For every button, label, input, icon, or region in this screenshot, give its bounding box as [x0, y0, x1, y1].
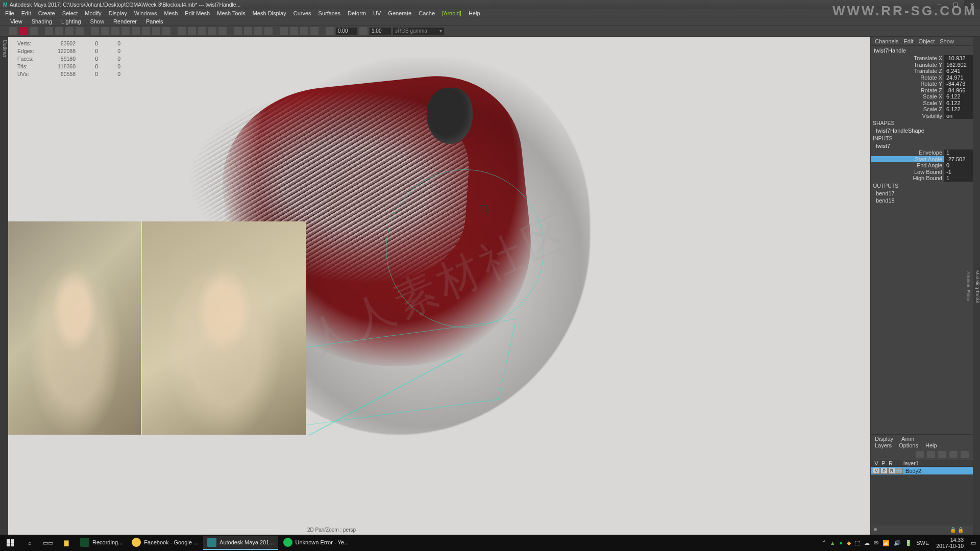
- cbox-tab-edit[interactable]: Edit: [903, 38, 913, 44]
- tray-icon[interactable]: ▲: [830, 540, 836, 546]
- layer-menu-help[interactable]: Help: [925, 442, 937, 449]
- file-explorer-icon[interactable]: ▇: [57, 540, 76, 546]
- menu-mesh-display[interactable]: Mesh Display: [253, 10, 286, 16]
- menu-file[interactable]: File: [5, 10, 14, 16]
- tool-icon[interactable]: [91, 27, 99, 35]
- panel-menu-panels[interactable]: Panels: [146, 18, 163, 24]
- panel-menu-show[interactable]: Show: [90, 18, 105, 24]
- tool-icon[interactable]: [9, 27, 17, 35]
- tool-icon[interactable]: [76, 27, 84, 35]
- layer-toggle[interactable]: V: [873, 468, 880, 474]
- tray-volume-icon[interactable]: 🔊: [894, 540, 901, 546]
- action-center-icon[interactable]: ▭: [971, 540, 976, 546]
- attr-translate-x[interactable]: Translate X-10.932: [871, 55, 973, 62]
- menu-deform[interactable]: Deform: [348, 10, 366, 16]
- layer-icon[interactable]: [916, 451, 924, 458]
- gear-icon[interactable]: [326, 27, 334, 35]
- tool-icon[interactable]: [300, 27, 308, 35]
- tool-icon[interactable]: [244, 27, 252, 35]
- task-view-icon[interactable]: ▭▭: [39, 540, 57, 546]
- lock-icons[interactable]: 🔒 🔒: [950, 527, 964, 533]
- menu-arnold[interactable]: [Arnold]: [442, 10, 461, 16]
- attr-rotate-y[interactable]: Rotate Y-34.473: [871, 81, 973, 87]
- menu-generate[interactable]: Generate: [388, 10, 411, 16]
- taskbar-task[interactable]: Facebook - Google ...: [128, 536, 202, 550]
- system-tray[interactable]: ˄ ▲ ● ◆ ⬚ ☁ ✉ 📶 🔊 🔋 SWE 14:33 2017-10-10…: [819, 537, 980, 549]
- tool-icon[interactable]: [101, 27, 109, 35]
- layer-icon[interactable]: [949, 451, 958, 458]
- tool-icon[interactable]: [65, 27, 74, 35]
- tool-icon[interactable]: [111, 27, 119, 35]
- selected-node-name[interactable]: twist7Handle: [871, 46, 973, 55]
- tray-battery-icon[interactable]: 🔋: [905, 540, 912, 546]
- panel-menu-renderer[interactable]: Renderer: [113, 18, 137, 24]
- gamma-field[interactable]: 1.00: [370, 28, 391, 35]
- tray-icon[interactable]: ⬚: [855, 540, 860, 546]
- tray-network-icon[interactable]: 📶: [883, 540, 890, 546]
- tool-icon[interactable]: [208, 27, 216, 35]
- menu-edit-mesh[interactable]: Edit Mesh: [185, 10, 210, 16]
- exposure-field[interactable]: 0.00: [336, 28, 357, 35]
- attr-translate-y[interactable]: Translate Y162.602: [871, 62, 973, 68]
- output-node[interactable]: bend18: [871, 197, 973, 204]
- tool-icon[interactable]: [30, 27, 38, 35]
- attr-rotate-z[interactable]: Rotate Z-84.966: [871, 87, 973, 94]
- menu-help[interactable]: Help: [469, 10, 480, 16]
- tool-icon[interactable]: [290, 27, 298, 35]
- tool-icon[interactable]: [218, 27, 227, 35]
- panel-menu-shading[interactable]: Shading: [32, 18, 52, 24]
- side-tabs[interactable]: Modeling Toolkit Attribute Editor: [973, 37, 980, 535]
- menu-select[interactable]: Select: [62, 10, 78, 16]
- attr-low-bound[interactable]: Low Bound-1: [871, 169, 973, 176]
- taskbar-task[interactable]: Recording...: [76, 536, 127, 550]
- outliner-tab[interactable]: Outliner: [0, 37, 8, 535]
- tool-icon[interactable]: [178, 27, 186, 35]
- taskbar-task[interactable]: Autodesk Maya 201...: [203, 536, 278, 550]
- menu-display[interactable]: Display: [109, 10, 127, 16]
- cbox-tab-show[interactable]: Show: [940, 38, 954, 44]
- tool-icon[interactable]: [152, 27, 160, 35]
- panel-menu-lighting[interactable]: Lighting: [61, 18, 81, 24]
- maximize-button[interactable]: ☐: [947, 0, 964, 9]
- menu-mesh[interactable]: Mesh: [164, 10, 178, 16]
- close-button[interactable]: ✕: [964, 0, 980, 9]
- output-node[interactable]: bend17: [871, 190, 973, 197]
- attr-envelope[interactable]: Envelope1: [871, 149, 973, 156]
- tool-icon[interactable]: [234, 27, 242, 35]
- shape-node[interactable]: twist7HandleShape: [871, 127, 973, 134]
- attr-scale-z[interactable]: Scale Z6.122: [871, 106, 973, 113]
- camera-icon[interactable]: [19, 27, 28, 35]
- panel-menu-view[interactable]: View: [10, 18, 22, 24]
- attr-start-angle[interactable]: Start Angle-27.502: [871, 156, 973, 163]
- tray-spotify-icon[interactable]: ●: [840, 540, 843, 546]
- layer-icon[interactable]: [927, 451, 935, 458]
- attr-scale-x[interactable]: Scale X6.122: [871, 93, 973, 100]
- side-tab[interactable]: Attribute Editor: [966, 39, 971, 535]
- layer-color-swatch[interactable]: [896, 468, 903, 474]
- gamma-icon[interactable]: [359, 27, 368, 35]
- attr-high-bound[interactable]: High Bound1: [871, 175, 973, 182]
- taskbar-task[interactable]: Unknown Error - Ye...: [279, 536, 353, 550]
- menu-mesh-tools[interactable]: Mesh Tools: [217, 10, 245, 16]
- tool-icon[interactable]: [188, 27, 196, 35]
- menu-uv[interactable]: UV: [373, 10, 381, 16]
- tool-icon[interactable]: [310, 27, 318, 35]
- tool-icon[interactable]: [264, 27, 273, 35]
- language-indicator[interactable]: SWE: [916, 540, 929, 546]
- attr-end-angle[interactable]: End Angle0: [871, 162, 973, 169]
- attr-translate-z[interactable]: Translate Z6.241: [871, 68, 973, 74]
- layer-menu-options[interactable]: Options: [899, 442, 918, 449]
- viewport[interactable]: Verts:6360200Edges:12208800Faces:5918000…: [8, 37, 871, 535]
- cbox-tab-channels[interactable]: Channels: [875, 38, 898, 44]
- tool-icon[interactable]: [132, 27, 140, 35]
- layer-toggle[interactable]: R: [888, 468, 895, 474]
- tray-icon[interactable]: ✉: [874, 540, 878, 546]
- layer-row[interactable]: VPRBody2: [871, 467, 973, 474]
- tool-icon[interactable]: [142, 27, 150, 35]
- tool-icon[interactable]: [55, 27, 63, 35]
- menu-surfaces[interactable]: Surfaces: [318, 10, 340, 16]
- start-button[interactable]: [0, 539, 20, 546]
- layer-icon[interactable]: [938, 451, 946, 458]
- layer-toggle[interactable]: P: [880, 468, 888, 474]
- tray-onedrive-icon[interactable]: ☁: [864, 540, 870, 546]
